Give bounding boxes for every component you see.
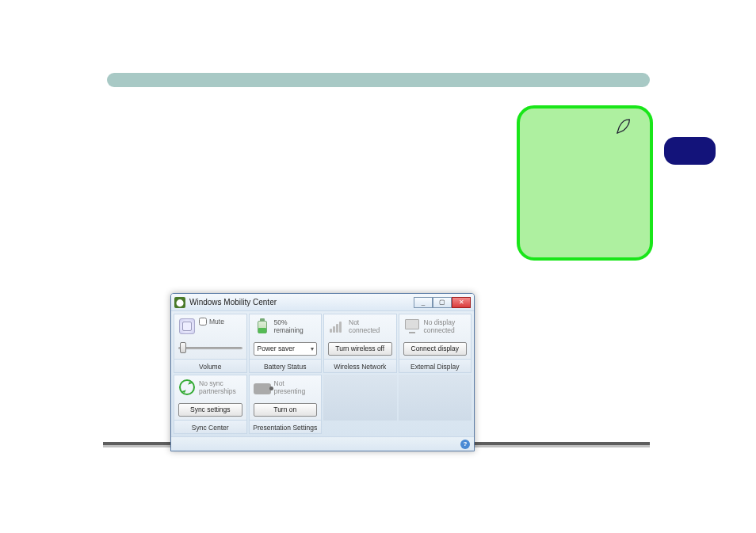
mute-checkbox[interactable]: Mute (199, 318, 224, 326)
presentation-turn-on-button[interactable]: Turn on (254, 403, 318, 417)
wireless-status: Not connected (349, 318, 392, 335)
projector-icon (254, 379, 271, 396)
minimize-button[interactable]: _ (414, 297, 433, 308)
external-display-status: No display connected (424, 318, 468, 335)
page-badge (664, 137, 716, 165)
external-display-tile: No display connected Connect display (399, 314, 472, 360)
sync-status: No sync partnerships (199, 379, 242, 396)
power-plan-select[interactable]: Power saver (254, 342, 318, 356)
sync-label: Sync Center (174, 421, 246, 433)
presentation-status: Not presenting (274, 379, 318, 396)
mobility-center-window: ⬤ Windows Mobility Center _ ▢ ✕ Mute (170, 293, 475, 451)
mute-label: Mute (209, 318, 224, 326)
sync-settings-button[interactable]: Sync settings (178, 403, 242, 417)
window-title: Windows Mobility Center (189, 298, 414, 306)
battery-icon (254, 318, 271, 335)
external-display-label: External Display (399, 360, 472, 372)
wifi-icon (328, 318, 346, 335)
wireless-label: Wireless Network (324, 360, 396, 372)
empty-tile (323, 375, 397, 421)
volume-slider[interactable] (178, 344, 242, 352)
empty-tile (399, 375, 472, 421)
speaker-icon (178, 318, 196, 335)
window-footer: ? (171, 436, 474, 451)
sync-icon (178, 379, 196, 396)
maximize-button[interactable]: ▢ (433, 297, 452, 308)
presentation-label: Presentation Settings (250, 421, 322, 433)
note-callout (517, 105, 653, 261)
pen-icon (615, 118, 632, 135)
close-button[interactable]: ✕ (452, 297, 471, 308)
battery-status: 50% remaining (274, 318, 318, 335)
connect-display-button[interactable]: Connect display (403, 342, 468, 356)
titlebar[interactable]: ⬤ Windows Mobility Center _ ▢ ✕ (171, 294, 474, 311)
battery-tile: 50% remaining Power saver (249, 314, 323, 360)
app-icon: ⬤ (174, 297, 185, 308)
volume-label: Volume (174, 360, 246, 372)
help-icon[interactable]: ? (460, 440, 470, 449)
header-divider (107, 73, 650, 87)
battery-label: Battery Status (250, 360, 322, 372)
presentation-tile: Not presenting Turn on (249, 375, 323, 421)
wireless-toggle-button[interactable]: Turn wireless off (328, 342, 392, 356)
wireless-tile: Not connected Turn wireless off (323, 314, 397, 360)
sync-tile: No sync partnerships Sync settings (174, 375, 247, 421)
display-icon (403, 318, 421, 335)
volume-tile: Mute (174, 314, 247, 360)
